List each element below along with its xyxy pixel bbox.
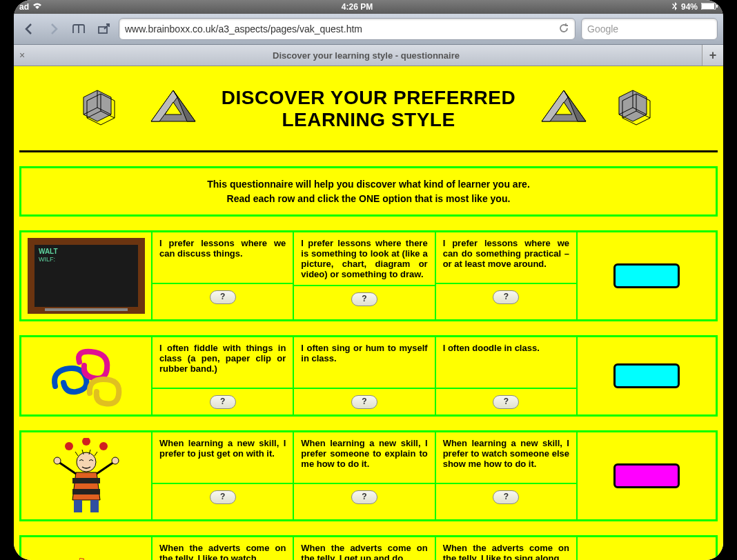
question-image: WALTWILF:	[21, 232, 153, 319]
option-select-button[interactable]: ?	[351, 292, 377, 306]
tab-close-button[interactable]: ×	[14, 50, 30, 61]
option-column: I prefer lessons where we can do somethi…	[436, 232, 578, 319]
music-icon: ♪♫♪	[41, 555, 131, 560]
result-indicator	[613, 263, 680, 288]
cube-icon	[77, 83, 125, 134]
options-group: I prefer lessons where we can discuss th…	[153, 232, 578, 319]
battery-icon	[701, 2, 718, 12]
tab-bar: × Discover your learning style - questio…	[14, 45, 723, 66]
clock: 4:26 PM	[342, 2, 373, 12]
option-text: When learning a new skill, I prefer to j…	[153, 432, 293, 484]
option-text: When the adverts come on the telly, I li…	[436, 537, 576, 560]
svg-point-10	[54, 457, 61, 464]
svg-point-5	[82, 438, 90, 446]
reload-icon[interactable]	[558, 23, 569, 36]
battery-percent: 94%	[681, 2, 698, 12]
svg-point-11	[112, 457, 119, 464]
svg-rect-13	[90, 500, 99, 512]
option-text: When learning a new skill, I prefer some…	[294, 432, 434, 484]
page-content[interactable]: DISCOVER YOUR PREFERRED LEARNING STYLE T…	[14, 66, 723, 560]
page-title: DISCOVER YOUR PREFERRED LEARNING STYLE	[222, 87, 515, 131]
result-cell	[578, 537, 716, 560]
option-button-cell: ?	[436, 284, 576, 310]
option-text: I prefer lessons where we can do somethi…	[436, 232, 576, 284]
option-column: I prefer lessons where there is somethin…	[294, 232, 435, 319]
option-column: When the adverts come on the telly, I li…	[436, 537, 578, 560]
paperclips-icon	[41, 345, 131, 407]
search-placeholder: Google	[587, 23, 618, 34]
option-column: When learning a new skill, I prefer some…	[294, 432, 435, 519]
svg-text:♫: ♫	[76, 555, 86, 560]
triangle-icon	[536, 87, 591, 131]
option-button-cell: ?	[294, 286, 434, 312]
svg-rect-2	[716, 5, 718, 8]
url-text: www.brainboxx.co.uk/a3_aspects/pages/vak…	[125, 23, 362, 34]
browser-toolbar: www.brainboxx.co.uk/a3_aspects/pages/vak…	[14, 14, 723, 45]
question-row: ♪♫♪When the adverts come on the telly, I…	[19, 535, 718, 560]
option-text: I often doodle in class.	[436, 337, 576, 389]
juggler-icon	[45, 438, 128, 514]
option-text: I often fiddle with things in class (a p…	[153, 337, 293, 389]
svg-rect-1	[702, 3, 714, 9]
result-indicator	[613, 363, 680, 388]
divider	[19, 150, 718, 152]
tab-title: Discover your learning style - questionn…	[30, 50, 702, 61]
options-group: When learning a new skill, I prefer to j…	[153, 432, 578, 519]
bookmarks-button[interactable]	[69, 19, 88, 39]
back-button[interactable]	[19, 19, 39, 39]
option-text: When the adverts come on the telly, I ge…	[294, 537, 434, 560]
question-image	[21, 337, 153, 414]
option-column: I often doodle in class.?	[436, 337, 578, 414]
intro-box: This questionnaire will help you discove…	[19, 166, 718, 217]
option-text: I often sing or hum to myself in class.	[294, 337, 434, 389]
result-cell	[578, 432, 716, 519]
option-button-cell: ?	[436, 389, 576, 414]
option-column: When learning a new skill, I prefer to w…	[436, 432, 578, 519]
option-button-cell: ?	[153, 389, 293, 414]
forward-button[interactable]	[44, 19, 63, 39]
option-column: When learning a new skill, I prefer to j…	[153, 432, 294, 519]
options-group: I often fiddle with things in class (a p…	[153, 337, 578, 414]
question-row: WALTWILF:I prefer lessons where we can d…	[19, 230, 718, 321]
svg-text:♪: ♪	[100, 557, 107, 560]
svg-point-6	[99, 442, 108, 450]
status-bar: ad 4:26 PM 94%	[14, 0, 723, 14]
new-tab-button[interactable]: +	[702, 45, 723, 66]
carrier-label: ad	[19, 2, 29, 12]
svg-text:♪: ♪	[55, 557, 62, 560]
svg-point-7	[77, 452, 96, 472]
option-column: I often fiddle with things in class (a p…	[153, 337, 294, 414]
svg-rect-8	[72, 478, 100, 483]
bluetooth-icon	[672, 2, 678, 12]
svg-rect-9	[72, 489, 100, 494]
search-input[interactable]: Google	[581, 18, 718, 40]
question-image: ♪♫♪	[21, 537, 153, 560]
option-button-cell: ?	[294, 389, 434, 414]
option-select-button[interactable]: ?	[351, 490, 377, 504]
question-row: I often fiddle with things in class (a p…	[19, 335, 718, 417]
option-column: I often sing or hum to myself in class.?	[294, 337, 435, 414]
option-button-cell: ?	[153, 284, 293, 310]
question-row: When learning a new skill, I prefer to j…	[19, 430, 718, 521]
wifi-icon	[32, 2, 42, 12]
option-column: When the adverts come on the telly, I li…	[153, 537, 294, 560]
svg-point-4	[65, 442, 73, 450]
option-select-button[interactable]: ?	[493, 290, 519, 304]
result-cell	[578, 337, 716, 414]
result-indicator	[613, 463, 680, 488]
option-select-button[interactable]: ?	[210, 395, 236, 409]
cube-icon	[612, 83, 660, 134]
option-text: When learning a new skill, I prefer to w…	[436, 432, 576, 484]
option-select-button[interactable]: ?	[493, 395, 519, 409]
option-select-button[interactable]: ?	[210, 490, 236, 504]
option-column: I prefer lessons where we can discuss th…	[153, 232, 294, 319]
option-select-button[interactable]: ?	[493, 490, 519, 504]
share-button[interactable]	[94, 19, 113, 39]
chalkboard-icon: WALTWILF:	[28, 238, 145, 314]
url-bar[interactable]: www.brainboxx.co.uk/a3_aspects/pages/vak…	[119, 18, 576, 40]
option-select-button[interactable]: ?	[351, 395, 377, 409]
intro-line-2: Read each row and click the ONE option t…	[28, 193, 709, 204]
option-select-button[interactable]: ?	[210, 290, 236, 304]
intro-line-1: This questionnaire will help you discove…	[28, 179, 709, 190]
option-button-cell: ?	[436, 484, 576, 510]
